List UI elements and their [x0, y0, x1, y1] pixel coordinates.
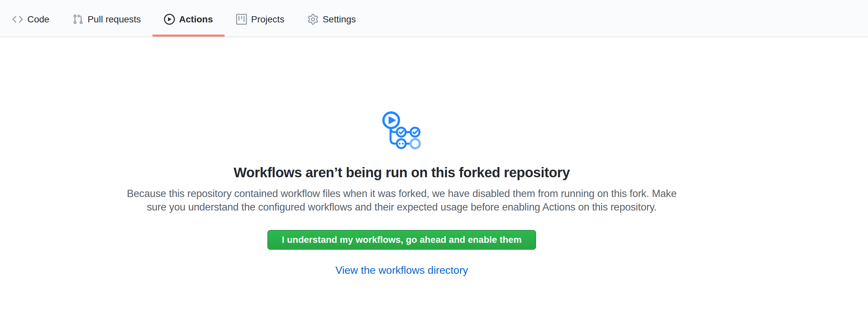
play-icon [164, 14, 175, 25]
tab-projects[interactable]: Projects [224, 0, 296, 37]
tab-actions[interactable]: Actions [152, 0, 224, 37]
code-icon [12, 14, 23, 25]
page-title: Workflows aren’t being run on this forke… [0, 164, 803, 182]
tab-actions-label: Actions [179, 15, 213, 24]
tab-settings[interactable]: Settings [296, 0, 368, 37]
tab-code-label: Code [27, 15, 50, 24]
tab-code[interactable]: Code [1, 0, 61, 37]
repo-tab-nav: Code Pull requests Actions Projects Sett… [0, 0, 868, 37]
view-workflows-directory-link[interactable]: View the workflows directory [335, 264, 468, 276]
actions-content: Workflows aren’t being run on this forke… [0, 37, 803, 276]
blankslate-description: Because this repository contained workfl… [102, 187, 702, 214]
project-icon [236, 14, 247, 25]
gear-icon [308, 14, 318, 25]
git-pull-request-icon [72, 14, 83, 25]
tab-pull-requests-label: Pull requests [88, 15, 141, 24]
description-line-1: Because this repository contained workfl… [102, 187, 702, 200]
enable-workflows-button[interactable]: I understand my workflows, go ahead and … [268, 230, 536, 250]
workflows-disabled-blankslate: Workflows aren’t being run on this forke… [0, 37, 803, 276]
view-workflows-link-row: View the workflows directory [0, 264, 803, 276]
tab-pull-requests[interactable]: Pull requests [61, 0, 152, 37]
tab-settings-label: Settings [323, 15, 356, 24]
workflow-illustration-icon [382, 111, 422, 150]
tab-projects-label: Projects [251, 15, 284, 24]
description-line-2: sure you understand the configured workf… [102, 200, 702, 214]
